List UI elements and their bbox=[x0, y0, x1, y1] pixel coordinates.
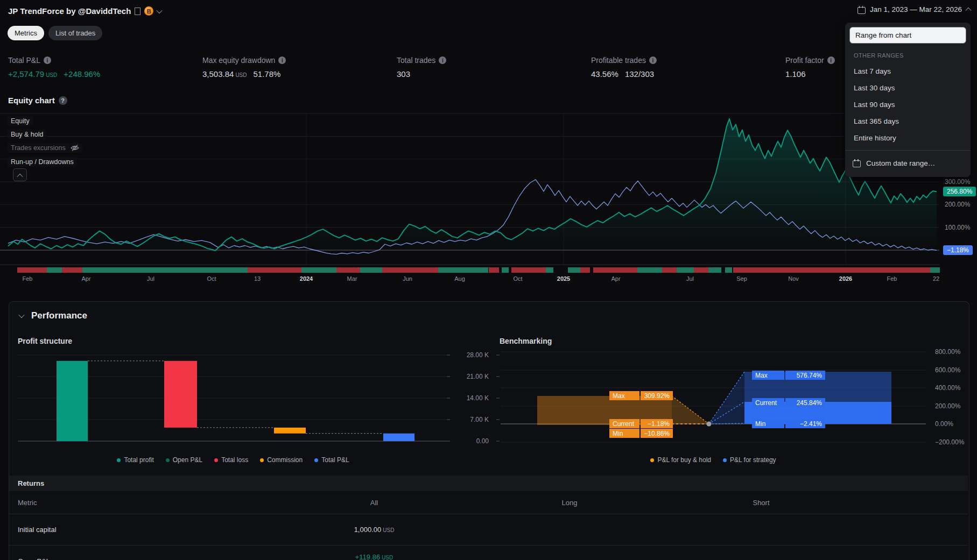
eye-off-icon bbox=[71, 144, 79, 152]
x-tick: Jul bbox=[147, 275, 154, 282]
y-axis-label: 100.00% bbox=[945, 224, 970, 231]
strip-segment bbox=[930, 267, 940, 273]
benchmarking-legend: P&L for buy & holdP&L for strategy bbox=[501, 456, 926, 464]
menu-section-label: OTHER RANGES bbox=[845, 49, 971, 63]
legend-dot bbox=[214, 458, 218, 462]
metric-main-value: 303 bbox=[397, 69, 410, 79]
chevron-down-icon[interactable] bbox=[157, 7, 163, 13]
x-tick: Nov bbox=[788, 275, 799, 282]
bench-y-label: 0.00% bbox=[935, 420, 953, 428]
info-icon[interactable]: i bbox=[439, 56, 446, 64]
metric-currency: USD bbox=[235, 72, 247, 78]
legend-item[interactable]: P&L for strategy bbox=[723, 456, 776, 464]
svg-text:Current: Current bbox=[755, 399, 777, 407]
date-range-button[interactable]: Jan 1, 2023 — Mar 22, 2026 bbox=[857, 5, 971, 13]
svg-text:−2.41%: −2.41% bbox=[800, 420, 822, 428]
info-icon[interactable]: i bbox=[649, 56, 657, 64]
legend-label: Equity bbox=[11, 117, 30, 125]
strip-segment bbox=[725, 267, 732, 273]
bench-y-label: 400.00% bbox=[935, 384, 961, 392]
legend-item[interactable]: P&L for buy & hold bbox=[650, 456, 711, 464]
equity-chart[interactable] bbox=[0, 110, 977, 266]
metric-value: 303 bbox=[397, 69, 558, 79]
help-icon[interactable]: ? bbox=[59, 96, 67, 105]
x-tick: Feb bbox=[887, 275, 897, 282]
menu-item-last-7-days[interactable]: Last 7 days bbox=[845, 63, 971, 80]
performance-header[interactable]: Performance bbox=[19, 310, 87, 321]
legend-dot bbox=[650, 458, 654, 462]
strip-segment bbox=[502, 267, 509, 273]
info-icon[interactable]: i bbox=[44, 56, 51, 64]
strip-segment bbox=[662, 267, 677, 273]
metric-label: Total P&Li bbox=[8, 56, 170, 65]
x-tick: Sep bbox=[736, 275, 747, 282]
strip-segment bbox=[568, 267, 580, 273]
svg-text:245.84%: 245.84% bbox=[797, 399, 823, 407]
x-tick: 13 bbox=[254, 275, 261, 282]
row-value-all: 1,000.00USD bbox=[354, 526, 395, 534]
table-divider bbox=[9, 514, 968, 514]
menu-item-last-365-days[interactable]: Last 365 days bbox=[845, 113, 971, 130]
tab-list-of-trades[interactable]: List of trades bbox=[48, 26, 102, 40]
strip-segment bbox=[637, 267, 662, 273]
svg-text:Min: Min bbox=[613, 430, 623, 437]
legend-run-up-drawdowns[interactable]: Run-up / Drawdowns bbox=[8, 157, 77, 167]
strip-segment bbox=[580, 267, 590, 273]
profit-y-label: 21.00 K bbox=[467, 373, 489, 380]
profit-y-label: 14.00 K bbox=[467, 394, 489, 402]
info-icon[interactable]: i bbox=[827, 56, 835, 64]
legend-item[interactable]: Open P&L bbox=[166, 456, 202, 464]
legend-item[interactable]: Total profit bbox=[117, 456, 153, 464]
svg-text:Max: Max bbox=[755, 372, 768, 379]
table-divider bbox=[9, 545, 968, 545]
legend-dot bbox=[723, 458, 727, 462]
legend-equity[interactable]: Equity bbox=[8, 116, 33, 126]
svg-text:−1.18%: −1.18% bbox=[648, 420, 670, 428]
collapse-chart-button[interactable] bbox=[13, 168, 27, 181]
report-header: JP TrendForce by @DaviddTech B bbox=[8, 6, 161, 16]
benchmarking-chart: 800.00%600.00%400.00%200.00%0.00%−200.00… bbox=[501, 347, 977, 452]
bench-y-label: 200.00% bbox=[935, 402, 961, 410]
legend-label: Total profit bbox=[124, 456, 153, 464]
y-axis-label: 200.00% bbox=[945, 201, 970, 208]
legend-trades-excursions[interactable]: Trades excursions bbox=[8, 143, 82, 153]
metric-main-value: 3,503.84 bbox=[202, 69, 234, 79]
strip-segment bbox=[593, 267, 637, 273]
x-tick: Oct bbox=[513, 275, 522, 282]
info-icon[interactable]: i bbox=[278, 56, 286, 64]
strip-segment bbox=[489, 267, 499, 273]
trade-result-strip bbox=[0, 267, 939, 273]
x-tick: 2025 bbox=[557, 275, 570, 282]
metric-value: 43.56%132/303 bbox=[591, 69, 753, 79]
profit-bar-total-p-l bbox=[383, 434, 414, 441]
row-metric-label: Open P&L bbox=[18, 557, 50, 560]
legend-label: Run-up / Drawdowns bbox=[11, 158, 74, 166]
legend-item[interactable]: Commission bbox=[260, 456, 303, 464]
metric-extra-value: 51.78% bbox=[254, 69, 281, 79]
legend-label: Trades excursions bbox=[11, 144, 66, 152]
profit-y-label: 0.00 bbox=[476, 437, 489, 445]
x-tick: Jul bbox=[686, 275, 694, 282]
legend-item[interactable]: Total loss bbox=[214, 456, 248, 464]
menu-item-last-90-days[interactable]: Last 90 days bbox=[845, 96, 971, 113]
profit-y-label: 7.00 K bbox=[470, 416, 489, 423]
menu-item-custom-date-range[interactable]: Custom date range… bbox=[845, 154, 971, 172]
strip-segment bbox=[62, 267, 82, 273]
menu-item-range-from-chart[interactable]: Range from chart bbox=[849, 27, 966, 44]
tab-metrics[interactable]: Metrics bbox=[8, 26, 44, 40]
x-tick: Mar bbox=[347, 275, 357, 282]
report-tabs: Metrics List of trades bbox=[8, 26, 102, 40]
menu-item-entire-history[interactable]: Entire history bbox=[845, 130, 971, 146]
legend-label: Commission bbox=[267, 456, 303, 464]
returns-section-header: Returns bbox=[9, 476, 968, 491]
strip-segment bbox=[17, 267, 47, 273]
metric-total-trades: Total tradesi303 bbox=[397, 56, 558, 79]
svg-text:Max: Max bbox=[613, 392, 625, 400]
legend-buy-hold[interactable]: Buy & hold bbox=[8, 130, 46, 139]
value-currency: USD bbox=[382, 555, 393, 560]
legend-item[interactable]: Total P&L bbox=[314, 456, 349, 464]
x-tick: 2026 bbox=[839, 275, 852, 282]
menu-item-last-30-days[interactable]: Last 30 days bbox=[845, 80, 971, 96]
metric-label-text: Profitable trades bbox=[591, 56, 646, 65]
metric-label-text: Total P&L bbox=[8, 56, 40, 65]
